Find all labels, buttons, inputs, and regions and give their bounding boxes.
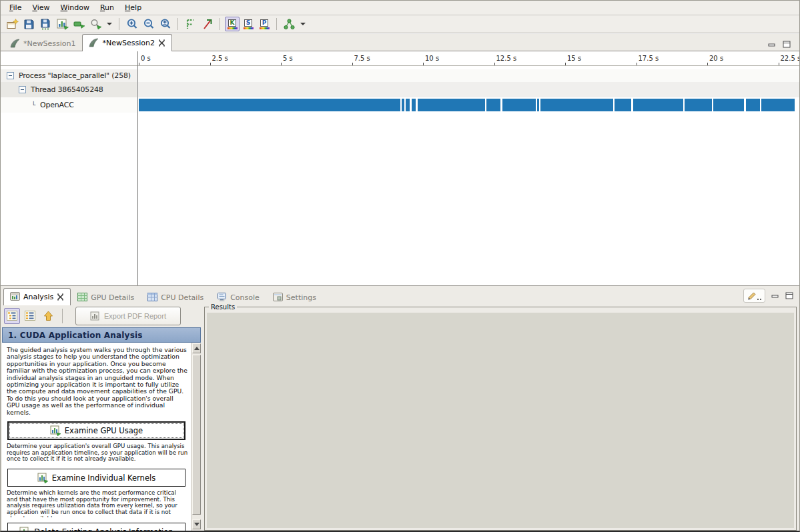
ruler-tick (494, 63, 495, 65)
ruler-tick (707, 63, 708, 65)
ruler-label: 20 s (709, 55, 723, 62)
timeline-tree-row-process-laplace-para[interactable]: Process "laplace_parallel" (258) (1, 69, 137, 82)
maximize-icon[interactable] (785, 289, 794, 302)
openacc-interval[interactable] (402, 99, 404, 111)
scrollbar-thumb[interactable] (192, 355, 201, 515)
session-tab-newsession1[interactable]: *NewSession1 (3, 35, 82, 51)
unguided-analysis-toggle[interactable] (22, 308, 38, 324)
save-icon[interactable] (21, 17, 37, 32)
guided-analysis-toggle[interactable] (4, 308, 20, 324)
ruler-label: 15 s (567, 55, 581, 62)
profile-application-icon[interactable] (54, 17, 71, 32)
zoom-out-icon[interactable] (140, 17, 157, 32)
zoom-fit-icon[interactable] (157, 17, 173, 32)
openacc-interval[interactable] (713, 99, 744, 111)
new-session-icon[interactable] (4, 17, 21, 32)
scroll-down-icon[interactable] (192, 519, 201, 529)
save-all-icon[interactable] (37, 17, 54, 32)
ruler-label: 7.5 s (354, 55, 370, 62)
export-pdf-button[interactable]: Export PDF Report (75, 307, 181, 325)
panel-tab-gpu-details[interactable]: GPU Details (71, 289, 141, 305)
menu-item-file[interactable]: File (4, 1, 27, 14)
openacc-interval[interactable] (139, 99, 400, 111)
stage-header: 1. CUDA Application Analysis (2, 327, 201, 343)
close-icon[interactable] (158, 39, 165, 47)
openacc-interval[interactable] (486, 99, 500, 111)
dropdown-caret-icon[interactable] (300, 23, 306, 25)
collapse-icon[interactable] (19, 86, 26, 93)
process-colorby-button[interactable]: P (257, 17, 272, 31)
pin-editor-icon[interactable] (743, 289, 765, 303)
timeline-ruler: 0 s2.5 s5 s7.5 s10 s12.5 s15 s17.5 s20 s… (1, 53, 800, 66)
panel-tab-label: Console (230, 293, 260, 302)
panel-tab-analysis[interactable]: Analysis (3, 288, 71, 305)
examine-gpu-usage-button[interactable]: Examine GPU Usage (7, 421, 185, 440)
menu-item-view[interactable]: View (27, 1, 55, 14)
openacc-interval[interactable] (502, 99, 536, 111)
scroll-up-icon[interactable] (192, 343, 201, 353)
flag-marker-icon[interactable] (199, 17, 216, 32)
openacc-interval[interactable] (615, 99, 631, 111)
examine-individual-kernels-button[interactable]: Examine Individual Kernels (7, 469, 185, 487)
dropdown-caret-icon[interactable] (107, 23, 112, 25)
toolbar-separator (62, 309, 63, 323)
openacc-interval[interactable] (537, 99, 539, 111)
toolbar-separator (276, 18, 277, 30)
bottom-tabs: AnalysisGPU DetailsCPU DetailsConsoleSet… (3, 287, 323, 305)
menu-bar: FileViewWindowRunHelp (1, 1, 799, 15)
session-icon (10, 39, 20, 48)
tree-branch-icon: └ (31, 101, 35, 109)
timeline-tree-row-thread-3865405248[interactable]: Thread 3865405248 (1, 82, 137, 97)
menu-item-run[interactable]: Run (95, 1, 119, 14)
menu-item-help[interactable]: Help (119, 1, 147, 14)
toolbar-separator (119, 18, 119, 30)
close-icon[interactable] (57, 293, 64, 301)
stream-colorby-button[interactable]: S (241, 17, 256, 31)
openacc-interval[interactable] (746, 99, 760, 111)
openacc-interval[interactable] (761, 99, 795, 111)
tree-row-label: OpenACC (40, 101, 74, 109)
openacc-interval[interactable] (418, 99, 485, 111)
maximize-icon[interactable] (783, 38, 791, 51)
timeline-options-icon[interactable] (71, 17, 87, 32)
session-tab-label: *NewSession2 (102, 39, 154, 47)
panel-tab-cpu-details[interactable]: CPU Details (141, 289, 210, 305)
ruler-label: 2.5 s (212, 55, 228, 62)
settings-icon (273, 293, 283, 303)
delete-existing-analysis-information-button[interactable]: Delete Existing Analysis Information (7, 523, 185, 532)
ruler-label: 22.5 s (781, 55, 800, 62)
analysis-tab-icon (10, 292, 20, 303)
console-icon (217, 293, 227, 303)
analysis-intro-text: The guided analysis system walks you thr… (7, 347, 187, 416)
minimize-icon[interactable] (771, 289, 779, 302)
openacc-interval[interactable] (633, 99, 683, 111)
results-groupbox: Results (204, 303, 797, 531)
openacc-interval[interactable] (412, 99, 416, 111)
tree-timeline-sash[interactable] (137, 51, 138, 285)
session-tabs: *NewSession1*NewSession2 (3, 34, 172, 51)
openacc-interval[interactable] (685, 99, 712, 111)
openacc-interval[interactable] (406, 99, 410, 111)
kernel-colorby-button[interactable]: K (225, 17, 240, 31)
filter-marker-icon[interactable] (182, 17, 199, 32)
thread-row-strip (138, 82, 800, 97)
openacc-interval[interactable] (540, 99, 613, 111)
ruler-tick (281, 63, 282, 65)
menu-item-window[interactable]: Window (55, 1, 95, 14)
timeline-tree-row-openacc[interactable]: └OpenACC (1, 97, 137, 113)
analysis-tree-icon[interactable] (281, 17, 298, 32)
up-level-icon[interactable] (40, 308, 56, 324)
search-icon[interactable] (87, 17, 104, 32)
session-tab-label: *NewSession1 (23, 39, 75, 48)
nvvp-window: FileViewWindowRunHelp K S P *NewSession1… (0, 0, 800, 532)
collapse-icon[interactable] (7, 72, 14, 79)
ruler-label: 10 s (425, 55, 439, 62)
analysis-toolbar: Export PDF Report (1, 305, 202, 327)
vertical-scrollbar[interactable] (191, 343, 201, 532)
minimize-icon[interactable] (768, 38, 776, 51)
timeline-view: 0 s2.5 s5 s7.5 s10 s12.5 s15 s17.5 s20 s… (1, 51, 800, 285)
zoom-in-icon[interactable] (123, 17, 140, 32)
session-tab-newsession2[interactable]: *NewSession2 (82, 34, 171, 51)
bottom-tab-bar: AnalysisGPU DetailsCPU DetailsConsoleSet… (1, 287, 800, 305)
stage-button-label: Examine GPU Usage (65, 426, 143, 435)
